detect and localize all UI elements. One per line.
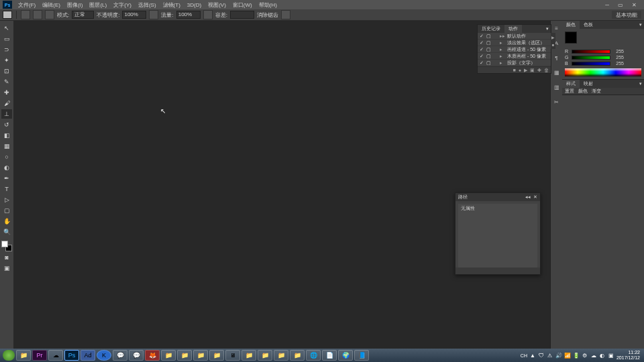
- heal-tool[interactable]: ✚: [1, 88, 12, 97]
- task-item[interactable]: 📁: [274, 350, 288, 361]
- action-check[interactable]: ✓: [479, 60, 484, 66]
- task-item[interactable]: 📁: [161, 350, 176, 361]
- brush-tool[interactable]: 🖌: [1, 99, 12, 108]
- history-tab[interactable]: 历史记录: [478, 25, 504, 33]
- action-name[interactable]: 默认动作: [507, 33, 549, 40]
- menu-layer[interactable]: 图层(L): [86, 1, 110, 9]
- sub-item[interactable]: 颜色: [578, 88, 588, 95]
- tray-icon[interactable]: ◐: [599, 352, 606, 359]
- task-item[interactable]: 📁: [209, 350, 224, 361]
- screenmode-tool[interactable]: ▣: [1, 263, 12, 273]
- action-name[interactable]: 木质画框 - 50 像素: [507, 53, 549, 60]
- play-icon[interactable]: ▶: [524, 68, 527, 73]
- minimize-button[interactable]: ─: [604, 2, 610, 8]
- spectrum-ramp[interactable]: [565, 68, 641, 76]
- action-name[interactable]: 投影（文字）: [507, 60, 549, 66]
- paths-title[interactable]: 路径: [458, 194, 468, 200]
- b-value[interactable]: 255: [612, 61, 624, 66]
- b-slider[interactable]: [572, 62, 610, 66]
- action-check[interactable]: ✓: [479, 34, 484, 39]
- task-item[interactable]: 📁: [258, 350, 272, 361]
- shape-tool[interactable]: ▢: [1, 206, 12, 215]
- menu-type[interactable]: 文字(Y): [110, 1, 135, 9]
- crop-tool[interactable]: ⊡: [1, 66, 12, 76]
- menu-3d[interactable]: 3D(D): [184, 2, 205, 8]
- dodge-tool[interactable]: ◐: [1, 163, 12, 172]
- task-item[interactable]: 🦊: [145, 350, 160, 361]
- marquee-tool[interactable]: ▭: [1, 34, 12, 44]
- side-stop-icon[interactable]: ■: [551, 41, 555, 49]
- libs-icon[interactable]: ▥: [552, 82, 561, 92]
- flow-input[interactable]: 100%: [176, 11, 201, 19]
- path-tool[interactable]: ▷: [1, 195, 12, 204]
- menu-file[interactable]: 文件(F): [15, 1, 39, 9]
- history-icon[interactable]: ≡: [552, 23, 561, 33]
- action-check[interactable]: ✓: [479, 54, 484, 59]
- swatches-icon[interactable]: ▦: [552, 68, 561, 77]
- task-item[interactable]: 📁: [177, 350, 192, 361]
- g-value[interactable]: 255: [612, 55, 624, 60]
- panel-menu-icon[interactable]: ▾: [544, 26, 551, 32]
- type-tool[interactable]: T: [1, 184, 12, 194]
- task-item[interactable]: 📄: [322, 350, 337, 361]
- r-slider[interactable]: [572, 50, 610, 54]
- stamp-tool[interactable]: ⊥: [1, 109, 12, 119]
- tray-icon[interactable]: ▣: [608, 352, 614, 359]
- opacity-input[interactable]: 100%: [122, 11, 146, 19]
- stop-icon[interactable]: ■: [513, 68, 516, 72]
- foreground-color[interactable]: [1, 241, 8, 247]
- history-brush-tool[interactable]: ↺: [1, 120, 12, 129]
- action-dialog[interactable]: ▢: [486, 40, 492, 46]
- task-item[interactable]: 🖥: [225, 350, 240, 361]
- menu-help[interactable]: 帮助(H): [256, 1, 280, 9]
- map-tab[interactable]: 映射: [580, 80, 597, 88]
- menu-filter[interactable]: 滤镜(T): [160, 1, 184, 9]
- task-item[interactable]: 📘: [354, 350, 369, 361]
- task-item[interactable]: 📁: [290, 350, 305, 361]
- hand-tool[interactable]: ✋: [1, 217, 12, 226]
- start-button[interactable]: [3, 350, 15, 361]
- eyedropper-tool[interactable]: ✎: [1, 77, 12, 86]
- task-item[interactable]: Pr: [32, 350, 47, 361]
- task-item[interactable]: Ad: [80, 350, 95, 361]
- task-item[interactable]: 🌐: [306, 350, 321, 361]
- task-item[interactable]: Ps: [64, 350, 79, 361]
- pattern-icon[interactable]: [33, 10, 42, 19]
- tray-icon[interactable]: ⚙: [582, 352, 588, 359]
- tray-icon[interactable]: 🔊: [555, 352, 562, 359]
- trash-icon[interactable]: 🗑: [544, 68, 549, 72]
- actions-tab[interactable]: 动作: [504, 25, 522, 33]
- quickmask-tool[interactable]: ◙: [1, 253, 12, 262]
- eraser-tool[interactable]: ◧: [1, 131, 12, 140]
- workspace-switcher[interactable]: 基本功能: [612, 11, 641, 19]
- menu-window[interactable]: 窗口(W): [229, 1, 256, 9]
- task-item[interactable]: 💬: [129, 350, 144, 361]
- move-tool[interactable]: ↖: [1, 23, 12, 33]
- close-button[interactable]: ✕: [631, 2, 637, 8]
- tool-preset-swatch[interactable]: [3, 11, 12, 19]
- action-dialog[interactable]: ▢: [486, 47, 492, 52]
- pressure-opacity-icon[interactable]: [149, 10, 158, 19]
- gradient-tool[interactable]: ▦: [1, 141, 12, 151]
- airbrush-icon[interactable]: [203, 10, 213, 19]
- panel-menu-icon[interactable]: ▾: [637, 22, 644, 27]
- new-set-icon[interactable]: ▣: [530, 68, 535, 73]
- zoom-tool[interactable]: 🔍: [1, 227, 12, 237]
- wand-tool[interactable]: ✦: [1, 56, 12, 65]
- color-tab[interactable]: 颜色: [562, 21, 580, 29]
- tray-icon[interactable]: ⚠: [547, 352, 553, 359]
- r-value[interactable]: 255: [612, 49, 624, 54]
- task-item[interactable]: K: [97, 350, 111, 361]
- shape-icon[interactable]: [45, 10, 54, 19]
- pen-tool[interactable]: ✒: [1, 174, 12, 183]
- collapse-icon[interactable]: ◂◂: [525, 194, 531, 200]
- action-name[interactable]: 画框通道 - 50 像素: [507, 46, 549, 53]
- tray-icon[interactable]: 📶: [564, 352, 571, 359]
- new-action-icon[interactable]: ✚: [537, 68, 541, 73]
- action-name[interactable]: 淡出效果（选区）: [507, 40, 549, 46]
- mode-select[interactable]: 正常: [72, 11, 94, 19]
- panel-menu-icon[interactable]: ▾: [637, 81, 644, 86]
- task-item[interactable]: 💬: [113, 350, 127, 361]
- side-play-icon[interactable]: ▶: [551, 33, 555, 41]
- tray-icon[interactable]: 🔋: [573, 352, 580, 359]
